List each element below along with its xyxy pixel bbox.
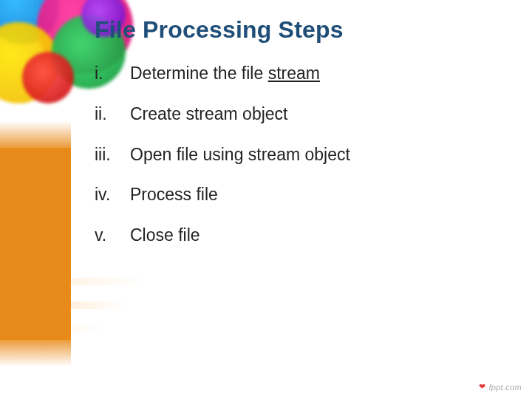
list-numeral: iii. xyxy=(95,144,130,166)
list-text: Open file using stream object xyxy=(130,144,350,166)
list-item: iii. Open file using stream object xyxy=(95,144,502,166)
decorative-stripe xyxy=(0,325,103,332)
list-item: iv. Process file xyxy=(95,184,502,205)
footer-credit: ❤ fppt.com xyxy=(479,382,522,392)
slide-content: File Processing Steps i. Determine the f… xyxy=(95,16,502,265)
list-text: Create stream object xyxy=(130,103,287,125)
list-numeral: i. xyxy=(95,63,130,84)
decorative-stripe xyxy=(0,278,148,285)
list-text: Close file xyxy=(130,225,200,246)
list-text: Determine the file stream xyxy=(130,63,320,84)
steps-list: i. Determine the file stream ii. Create … xyxy=(95,63,502,246)
list-item: ii. Create stream object xyxy=(95,103,502,125)
list-text-underlined: stream xyxy=(268,64,320,83)
list-numeral: iv. xyxy=(95,184,130,205)
footer-text: fppt.com xyxy=(488,383,522,392)
list-numeral: ii. xyxy=(95,103,130,125)
decorative-stripe xyxy=(0,301,126,309)
list-numeral: v. xyxy=(95,225,130,246)
decorative-left-bar xyxy=(0,148,71,340)
heart-icon: ❤ xyxy=(479,382,485,392)
list-text-pre: Determine the file xyxy=(130,64,268,83)
list-item: i. Determine the file stream xyxy=(95,63,502,84)
slide-title: File Processing Steps xyxy=(95,16,502,44)
list-item: v. Close file xyxy=(95,225,502,246)
list-text: Process file xyxy=(130,184,218,205)
